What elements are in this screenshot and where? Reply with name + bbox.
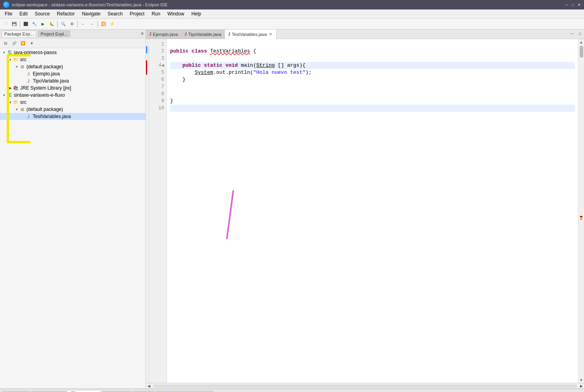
bottom-minimize-btn[interactable]: ─ (566, 390, 574, 392)
tab-tipovariable[interactable]: J TipoVariable.java (182, 30, 225, 39)
menu-run[interactable]: Run (148, 10, 163, 17)
code-line-10 (170, 105, 575, 112)
label-ejemplo: Ejemplo.java (33, 71, 60, 77)
tab-declaration[interactable]: 📋 Declaration (32, 391, 67, 392)
menu-edit[interactable]: Edit (16, 10, 31, 17)
tree-item-default-pkg2[interactable]: ▾ ⊞ (default package) (0, 106, 146, 113)
arrow-src1: ▾ (8, 57, 13, 62)
icon-default-pkg1: ⊞ (19, 64, 25, 70)
menu-source[interactable]: Source (32, 10, 53, 17)
tb4[interactable]: 🔧 (30, 20, 38, 28)
tree-item-src2[interactable]: ▾ 📁 src (0, 99, 146, 106)
label-default-pkg1: (default package) (26, 64, 63, 69)
label-java-primeros-pasos: java-primeros-pasos (14, 50, 57, 55)
code-line-2: public class TestVariables { (170, 48, 575, 55)
collapse-all-btn[interactable]: ⊟ (2, 39, 9, 47)
tree-item-tipovariable[interactable]: ▶ J TipoVariable.java (0, 77, 146, 84)
hscroll-track (153, 384, 577, 388)
icon-java-primeros-pasos: 🏗 (6, 49, 13, 56)
code-line-1 (170, 41, 575, 48)
tab-project-explorer[interactable]: Project Expl... (38, 30, 70, 37)
arrow-ejemplo: ▶ (21, 71, 25, 76)
menu-file[interactable]: File (2, 10, 15, 17)
menu-view-btn[interactable]: ▾ (28, 39, 36, 47)
tree-item-jre[interactable]: ▶ 📚 JRE System Library [jre] (0, 84, 146, 92)
tb9[interactable]: 🔀 (99, 20, 107, 28)
tree-item-default-pkg1[interactable]: ▾ ⊞ (default package) (0, 63, 146, 70)
scroll-thumb[interactable] (580, 46, 583, 58)
icon-src1: 📁 (13, 56, 19, 63)
line-num-9: 9 (149, 98, 164, 105)
menu-refactor[interactable]: Refactor (54, 10, 78, 17)
tab-ejemplo[interactable]: J Ejemplo.java (146, 30, 182, 39)
filter-btn[interactable]: 🔽 (19, 39, 27, 47)
editor-tab-minimize[interactable]: ─ (568, 30, 576, 38)
hscroll-left-btn[interactable]: ◀ (146, 383, 152, 389)
editor-tab-maximize[interactable]: □ (576, 30, 584, 38)
menu-project[interactable]: Project (127, 10, 148, 17)
link-editor-btn[interactable]: 🔗 (10, 39, 18, 47)
hscroll-right-btn[interactable]: ▶ (578, 383, 584, 389)
arrow-tipovariable: ▶ (21, 79, 25, 83)
new-btn[interactable]: 📄 (2, 20, 9, 28)
sidebar-close-btn[interactable]: ✕ (140, 31, 144, 36)
tab-package-explorer[interactable]: Package Exp... (2, 30, 36, 37)
label-jre: JRE System Library [jre] (20, 85, 71, 91)
line-num-4: 4◀ (149, 62, 164, 69)
debug-btn[interactable]: 🐛 (48, 20, 56, 28)
maximize-btn[interactable]: □ (571, 2, 574, 8)
line-numbers: 1 2 3 4◀ 5 6 7 8 9 10 (149, 39, 167, 383)
tab-console[interactable]: ⬛ Console ✕ (67, 391, 101, 392)
bottom-tabs: 📖 Javadoc 📋 Declaration ⬛ Console ✕ ⏱ Pr… (0, 389, 584, 392)
icon-src2: 📁 (13, 99, 19, 105)
code-line-3 (170, 55, 575, 62)
label-testvariables: TestVariables.java (33, 114, 71, 119)
tb7[interactable]: ← (79, 20, 87, 28)
editor-vscrollbar[interactable]: ▲ ▼ (578, 39, 584, 383)
tab-icon-testvariables: J (228, 32, 230, 36)
line-num-7: 7 (149, 83, 164, 90)
close-btn[interactable]: ✕ (577, 2, 581, 8)
menu-search[interactable]: Search (105, 10, 126, 17)
tb6[interactable]: ⚙ (68, 20, 76, 28)
tab-tasks[interactable]: ✓ Tasks (132, 391, 155, 392)
tree-item-src1[interactable]: ▾ 📁 src (0, 56, 146, 63)
bottom-maximize-btn[interactable]: □ (575, 390, 582, 392)
tree-item-sintaxe[interactable]: ▾ 🏗 sintaxe-variaveis-e-fluxo (0, 92, 146, 99)
sidebar-tabs: Package Exp... Project Expl... ✕ (0, 30, 146, 38)
tab-progress[interactable]: ⏱ Progress (102, 391, 131, 392)
warning-marker-1 (580, 218, 582, 220)
close-tab-testvariables[interactable]: ✕ (268, 32, 273, 36)
menu-bar: File Edit Source Refactor Navigate Searc… (0, 9, 584, 19)
run-btn[interactable]: ▶ (39, 20, 47, 28)
minimize-btn[interactable]: ─ (565, 2, 569, 8)
tb8[interactable]: → (88, 20, 96, 28)
tree-item-testvariables[interactable]: ▶ J TestVariables.java (0, 113, 146, 120)
tab-navigator[interactable]: 🧭 Navigator (Deprecated) (155, 391, 213, 392)
scroll-down-btn[interactable]: ▼ (578, 377, 584, 383)
code-line-7 (170, 83, 575, 90)
tree-item-java-primeros-pasos[interactable]: ▾ 🏗 java-primeros-pasos (0, 49, 146, 56)
menu-window[interactable]: Window (164, 10, 187, 17)
arrow-java-primeros-pasos: ▾ (2, 50, 6, 55)
menu-help[interactable]: Help (188, 10, 204, 17)
tb2[interactable]: 💾 (10, 20, 18, 28)
icon-sintaxe: 🏗 (6, 92, 13, 98)
code-line-6: } (170, 76, 575, 83)
sidebar: Package Exp... Project Expl... ✕ ⊟ 🔗 🔽 ▾… (0, 30, 146, 388)
tb5[interactable]: 🔍 (59, 20, 67, 28)
editor-hscrollbar[interactable]: ◀ ▶ (146, 383, 584, 388)
label-sintaxe: sintaxe-variaveis-e-fluxo (14, 92, 65, 98)
tab-icon-tipovariable: J (185, 32, 187, 36)
tab-javadoc[interactable]: 📖 Javadoc (2, 391, 31, 392)
tab-testvariables[interactable]: J TestVariables.java ✕ (225, 30, 277, 39)
tree-item-ejemplo[interactable]: ▶ J Ejemplo.java (0, 70, 146, 77)
menu-navigate[interactable]: Navigate (79, 10, 103, 17)
scroll-up-btn[interactable]: ▲ (578, 39, 584, 45)
editor-area: J Ejemplo.java J TipoVariable.java J Tes… (146, 30, 584, 388)
code-editor[interactable]: public class TestVariables { public stat… (167, 39, 578, 383)
editor-code-area[interactable]: 1 2 3 4◀ 5 6 7 8 9 10 public class TestV… (146, 39, 584, 383)
tb3[interactable]: ⬛ (22, 20, 30, 28)
icon-jre: 📚 (13, 85, 19, 91)
tb10[interactable]: ⚡ (108, 20, 116, 28)
